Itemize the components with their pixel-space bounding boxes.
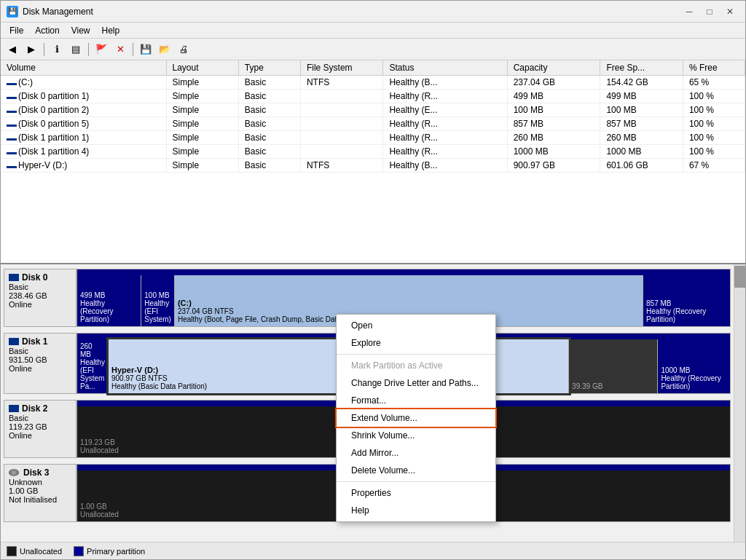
context-menu-item[interactable]: Properties [337,484,495,502]
context-menu-separator [337,354,495,355]
context-menu-item[interactable]: Explore [337,334,495,352]
scroll-thumb[interactable] [734,266,745,288]
context-menu-item[interactable]: Open [337,317,495,334]
disk2-icon-box [9,405,19,412]
cell-pct: 100 % [683,131,745,145]
col-free[interactable]: Free Sp... [600,60,683,76]
legend-primary: Primary partition [74,546,145,556]
col-status[interactable]: Status [383,60,507,76]
disk0-p2-size: 100 MB [144,291,171,299]
window-title: Disk Management [23,7,680,17]
table-row[interactable]: (C:) Simple Basic NTFS Healthy (B... 237… [1,76,745,90]
toolbar-separator-2 [88,43,89,56]
toolbar-separator-1 [44,43,44,56]
col-type[interactable]: Type [238,60,300,76]
legend-bar: Unallocated Primary partition [1,542,745,559]
context-menu-item[interactable]: Add Mirror... [337,444,495,462]
disk1-p1-status: Healthy (EFI System Pa... [80,358,105,390]
context-menu-item[interactable]: Format... [337,392,495,409]
menu-action[interactable]: Action [29,24,65,37]
disk0-part2[interactable]: 100 MB Healthy (EFI System) [141,275,175,326]
cell-type: Basic [238,103,300,117]
cell-volume: (Disk 0 partition 5) [1,117,166,131]
disk1-part3[interactable]: 39.39 GB [569,339,658,393]
disk0-p3-name: (C:) [178,299,640,307]
disk1-status: Online [9,364,71,373]
disk0-icon-box [9,274,19,281]
table-row[interactable]: (Disk 0 partition 5) Simple Basic Health… [1,117,745,131]
save-button[interactable]: 💾 [137,42,154,58]
disk0-p1-status: Healthy (Recovery Partition) [80,299,138,323]
table-row[interactable]: (Disk 0 partition 2) Simple Basic Health… [1,103,745,117]
back-button[interactable]: ◀ [4,42,21,58]
title-bar-controls: ─ □ ✕ [680,4,739,19]
volume-table-area[interactable]: Volume Layout Type File System Status Ca… [1,60,745,264]
disk0-p2-status: Healthy (EFI System) [144,299,171,323]
context-menu-item[interactable]: Help [337,502,495,519]
menu-view[interactable]: View [66,24,96,37]
cell-capacity: 100 MB [507,103,600,117]
list-button[interactable]: ▤ [67,42,85,58]
scroll-bar[interactable] [734,264,745,542]
minimize-button[interactable]: ─ [680,4,699,19]
menu-file[interactable]: File [4,24,29,37]
table-row[interactable]: (Disk 1 partition 1) Simple Basic Health… [1,131,745,145]
cell-layout: Simple [166,145,238,159]
cell-status: Healthy (R... [383,145,507,159]
cell-fs: NTFS [300,76,383,90]
delete-button[interactable]: ✕ [111,42,129,58]
context-menu-item[interactable]: Extend Volume... [337,409,495,427]
cell-pct: 100 % [683,117,745,131]
cell-type: Basic [238,117,300,131]
disk1-size: 931.50 GB [9,355,71,364]
cell-layout: Simple [166,131,238,145]
toolbar: ◀ ▶ ℹ ▤ 🚩 ✕ 💾 📂 🖨 [1,39,745,60]
disk0-p1-size: 499 MB [80,291,138,299]
context-menu-item[interactable]: Change Drive Letter and Paths... [337,374,495,392]
col-fs[interactable]: File System [300,60,383,76]
table-row[interactable]: Hyper-V (D:) Simple Basic NTFS Healthy (… [1,159,745,173]
cell-free: 857 MB [600,117,683,131]
col-capacity[interactable]: Capacity [507,60,600,76]
context-menu-item[interactable]: Delete Volume... [337,462,495,479]
col-volume[interactable]: Volume [1,60,166,76]
legend-primary-box [74,546,84,556]
open-button[interactable]: 📂 [156,42,173,58]
table-row[interactable]: (Disk 1 partition 4) Simple Basic Health… [1,145,745,159]
cell-free: 499 MB [600,90,683,103]
cell-volume: Hyper-V (D:) [1,159,166,173]
close-button[interactable]: ✕ [721,4,739,19]
disk1-part4[interactable]: 1000 MB Healthy (Recovery Partition) [658,339,730,393]
cell-fs [300,103,383,117]
disk1-type: Basic [9,347,71,355]
col-layout[interactable]: Layout [166,60,238,76]
flag-button[interactable]: 🚩 [93,42,110,58]
legend-unallocated: Unallocated [7,546,62,556]
cell-capacity: 260 MB [507,131,600,145]
disk1-part1[interactable]: 260 MB Healthy (EFI System Pa... [77,339,109,393]
disk0-bar [77,269,730,275]
menu-help[interactable]: Help [96,24,126,37]
disk1-icon: Disk 1 [9,336,71,347]
cell-status: Healthy (R... [383,90,507,103]
disk0-size: 238.46 GB [9,291,71,300]
table-row[interactable]: (Disk 0 partition 1) Simple Basic Health… [1,90,745,103]
col-pct[interactable]: % Free [683,60,745,76]
maximize-button[interactable]: □ [700,4,719,19]
cell-free: 1000 MB [600,145,683,159]
info-button[interactable]: ℹ [48,42,66,58]
cell-layout: Simple [166,117,238,131]
context-menu-item[interactable]: Shrink Volume... [337,427,495,444]
cell-status: Healthy (E... [383,103,507,117]
cell-status: Healthy (B... [383,159,507,173]
cell-type: Basic [238,145,300,159]
disk2-type: Basic [9,414,71,422]
disk0-part4[interactable]: 857 MB Healthy (Recovery Partition) [643,275,730,326]
cell-pct: 100 % [683,103,745,117]
forward-button[interactable]: ▶ [23,42,40,58]
disk0-type: Basic [9,283,71,291]
disk1-name: Disk 1 [22,336,47,347]
disk0-part1[interactable]: 499 MB Healthy (Recovery Partition) [77,275,141,326]
disk2-name: Disk 2 [22,403,47,414]
print-button[interactable]: 🖨 [175,42,192,58]
